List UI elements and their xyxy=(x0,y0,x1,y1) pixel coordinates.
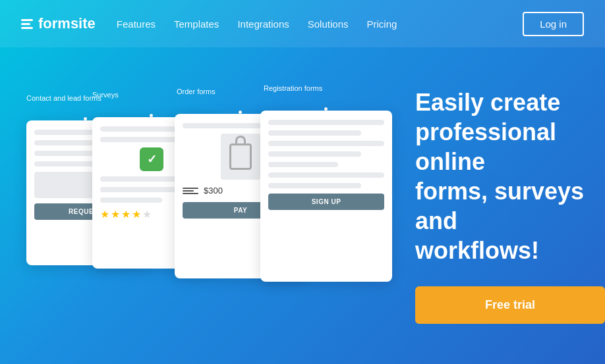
header: formsite Features Templates Integrations… xyxy=(0,0,605,47)
form-field xyxy=(268,141,384,146)
signup-button[interactable]: SIGN UP xyxy=(268,194,384,210)
hero-line4: workflows! xyxy=(415,237,539,264)
star-5: ★ xyxy=(142,208,152,221)
main-content: Contact and lead forms Surveys Order for… xyxy=(0,47,605,364)
star-2: ★ xyxy=(111,208,120,221)
form-field xyxy=(268,183,361,188)
hero-line1: Easily create xyxy=(415,89,560,116)
reg-label: Registration forms xyxy=(264,84,322,92)
star-3: ★ xyxy=(121,208,130,221)
main-nav: Features Templates Integrations Solution… xyxy=(117,18,523,30)
price-value: $300 xyxy=(204,186,223,195)
form-field xyxy=(268,162,338,167)
star-4: ★ xyxy=(132,208,141,221)
form-field xyxy=(268,130,361,136)
hero-text: Easily create professional online forms,… xyxy=(415,88,605,265)
nav-solutions[interactable]: Solutions xyxy=(308,18,349,30)
nav-pricing[interactable]: Pricing xyxy=(366,18,397,30)
hero-section: Easily create professional online forms,… xyxy=(402,88,605,324)
logo[interactable]: formsite xyxy=(21,15,96,32)
order-dot xyxy=(239,111,242,114)
bag-body xyxy=(229,143,252,170)
logo-text: formsite xyxy=(38,15,96,32)
survey-dot xyxy=(150,114,153,117)
checkbox-checked xyxy=(140,147,163,171)
form-field xyxy=(100,187,183,192)
hero-line3: forms, surveys and xyxy=(415,178,584,234)
form-field xyxy=(100,137,183,142)
contact-label: Contact and lead forms xyxy=(26,94,101,102)
product-image xyxy=(221,134,260,180)
forms-illustration: Contact and lead forms Surveys Order for… xyxy=(13,81,402,331)
card-icon xyxy=(183,185,198,197)
contact-dot xyxy=(84,117,87,120)
form-field xyxy=(268,120,384,125)
form-field xyxy=(34,161,96,167)
order-label: Order forms xyxy=(177,88,216,95)
form-field xyxy=(268,151,361,157)
survey-label: Surveys xyxy=(92,91,119,99)
reg-dot xyxy=(324,107,328,111)
nav-integrations[interactable]: Integrations xyxy=(237,18,289,30)
nav-features[interactable]: Features xyxy=(117,18,156,30)
form-field xyxy=(100,197,162,203)
star-1: ★ xyxy=(100,208,109,221)
form-field xyxy=(268,172,384,178)
reg-form-card: SIGN UP xyxy=(260,111,392,282)
hero-line2: professional online xyxy=(415,118,556,175)
nav-templates[interactable]: Templates xyxy=(174,18,219,30)
login-button[interactable]: Log in xyxy=(523,12,584,36)
logo-icon xyxy=(21,19,33,29)
free-trial-button[interactable]: Free trial xyxy=(415,286,605,324)
bag-handle xyxy=(235,136,246,143)
